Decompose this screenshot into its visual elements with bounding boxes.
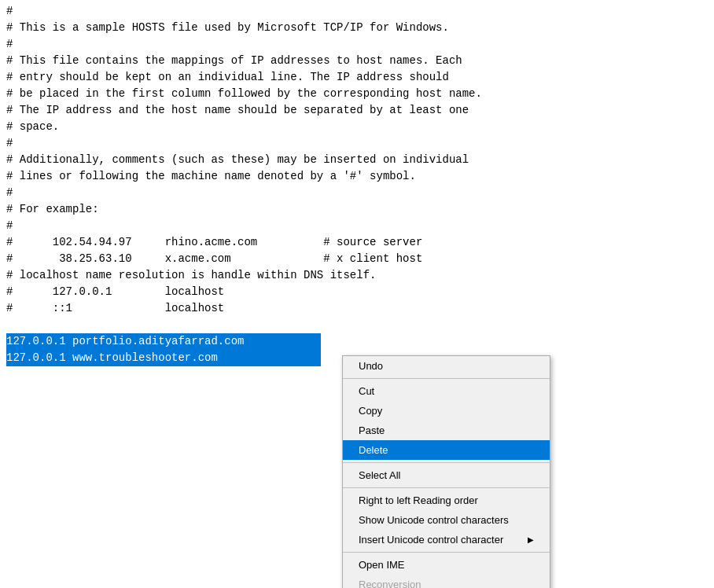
selected-line-2: 127.0.0.1 www.troubleshooter.com xyxy=(6,350,321,366)
menu-item-rtl[interactable]: Right to left Reading order xyxy=(343,491,550,510)
menu-separator xyxy=(343,378,550,379)
text-editor[interactable]: # # This is a sample HOSTS file used by … xyxy=(0,0,714,369)
menu-item-undo[interactable]: Undo xyxy=(343,356,550,376)
menu-item-label: Paste xyxy=(359,424,385,436)
menu-item-label: Select All xyxy=(359,469,400,481)
menu-item-label: Copy xyxy=(359,405,382,417)
menu-item-show-unicode[interactable]: Show Unicode control characters xyxy=(343,510,550,530)
menu-item-label: Show Unicode control characters xyxy=(359,514,509,526)
menu-item-reconversion: Reconversion xyxy=(343,575,550,588)
menu-item-cut[interactable]: Cut xyxy=(343,381,550,401)
menu-item-label: Undo xyxy=(359,360,383,372)
menu-item-label: Cut xyxy=(359,385,374,397)
menu-item-label: Open IME xyxy=(359,559,405,571)
menu-separator xyxy=(343,552,550,553)
context-menu: UndoCutCopyPasteDeleteSelect AllRight to… xyxy=(342,355,550,588)
menu-separator xyxy=(343,487,550,488)
menu-item-open-ime[interactable]: Open IME xyxy=(343,555,550,575)
selected-line-1: 127.0.0.1 portfolio.adityafarrad.com xyxy=(6,333,321,350)
menu-item-label: Right to left Reading order xyxy=(359,494,478,506)
menu-item-label: Insert Unicode control character xyxy=(359,534,503,546)
menu-item-delete[interactable]: Delete xyxy=(343,440,550,460)
submenu-arrow-icon: ▶ xyxy=(528,535,534,544)
menu-item-select-all[interactable]: Select All xyxy=(343,465,550,485)
menu-item-paste[interactable]: Paste xyxy=(343,421,550,440)
menu-separator xyxy=(343,462,550,463)
menu-item-copy[interactable]: Copy xyxy=(343,401,550,421)
menu-item-label: Reconversion xyxy=(359,579,421,588)
menu-item-insert-unicode[interactable]: Insert Unicode control character▶ xyxy=(343,530,550,549)
menu-item-label: Delete xyxy=(359,444,388,456)
